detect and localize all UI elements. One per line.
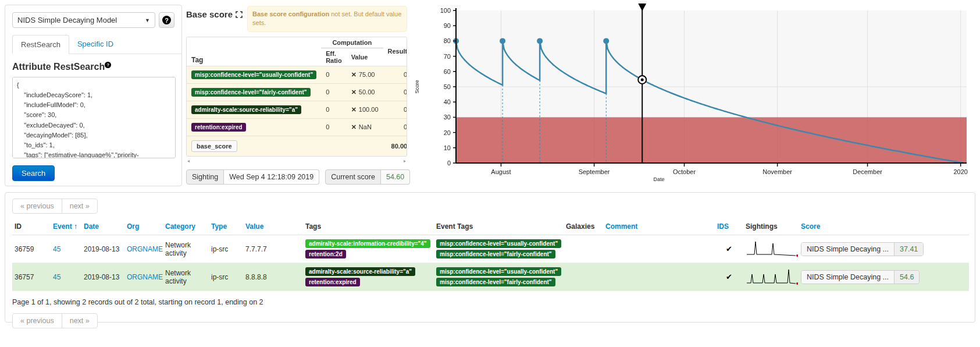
col-date[interactable]: Date — [81, 219, 124, 235]
col-tags: Tags — [303, 219, 434, 235]
event-tag-badge: misp:confidence-level="usually-confident… — [436, 267, 561, 276]
decay-chart-svg[interactable]: 0102030405060708090100AugustSeptemberOct… — [407, 1, 980, 189]
previous-page-button[interactable]: « previous — [12, 313, 62, 328]
computation-value: 75.00 — [359, 71, 375, 78]
help-button[interactable]: ? — [159, 12, 174, 28]
attr-comment — [603, 263, 715, 291]
base-score-title-text: Base score — [186, 9, 233, 19]
base-score-panel: Base score Base score configuration not … — [186, 6, 407, 187]
col-computation: Computation — [321, 37, 383, 48]
base-score-table: Tag Computation Result Eff. Ratio Value … — [186, 37, 407, 157]
question-mark-icon: ? — [162, 16, 171, 24]
decaying-model-select[interactable]: NIDS Simple Decaying Model ▼ — [12, 12, 155, 28]
result-value: 0 — [383, 66, 407, 83]
svg-text:50: 50 — [444, 83, 451, 90]
attr-galaxies — [564, 263, 603, 291]
svg-text:December: December — [853, 168, 882, 175]
col-result: Result — [383, 37, 407, 66]
col-eff-ratio: Eff. Ratio — [321, 48, 347, 66]
scroll-left-arrow-icon[interactable]: ◂ — [187, 158, 190, 164]
dropdown-caret-icon: ▼ — [145, 17, 150, 23]
next-page-button[interactable]: next » — [62, 199, 98, 214]
sort-asc-icon: ↑ — [74, 222, 77, 231]
selected-model-label: NIDS Simple Decaying Model — [17, 16, 117, 24]
base-score-total-row: base_score 80.00 — [187, 136, 407, 156]
tab-specific-id[interactable]: Specific ID — [69, 35, 122, 54]
tag-badge: admiralty-scale:source-reliability="a" — [305, 267, 415, 276]
col-id: ID — [12, 219, 51, 235]
col-ids[interactable]: IDS — [715, 219, 743, 235]
attr-category: Network activity — [163, 235, 209, 263]
result-value: 0 — [383, 83, 407, 101]
eff-ratio-value: 0 — [321, 66, 347, 83]
computation-value: 100.00 — [359, 106, 379, 113]
sightings-sparkline — [746, 239, 798, 257]
misp-decaying-model-page: NIDS Simple Decaying Model ▼ ? RestSearc… — [0, 0, 980, 347]
search-button[interactable]: Search — [12, 165, 55, 181]
sighting-group: Sighting Wed Sep 4 12:18:09 2019 — [186, 169, 319, 185]
col-org[interactable]: Org — [124, 219, 163, 235]
restsearch-query-input[interactable]: { "includeDecayScore": 1, "includeFullMo… — [12, 77, 176, 158]
ids-checkmark-icon: ✔ — [717, 245, 741, 253]
svg-text:70: 70 — [444, 53, 451, 60]
result-value: 0 — [383, 101, 407, 118]
score-value: 54.6 — [895, 271, 919, 284]
tag-badge: retention:expired — [191, 123, 246, 132]
decay-score-box[interactable]: NIDS Simple Decaying ... 37.41 — [801, 242, 924, 256]
event-link[interactable]: 45 — [53, 273, 60, 281]
restsearch-heading: Attribute RestSearch? — [12, 62, 174, 72]
eff-ratio-value: 0 — [321, 83, 347, 101]
attr-galaxies — [564, 235, 603, 263]
svg-text:September: September — [579, 168, 610, 175]
attr-date: 2019-08-13 — [81, 263, 124, 291]
event-tag-badge: misp:confidence-level="fairly-confident" — [436, 278, 555, 286]
results-header-row: ID Event ↑ Date Org Category Type Value … — [12, 219, 969, 235]
tag-badge: admiralty-scale:information-credibility=… — [305, 239, 430, 248]
svg-text:10: 10 — [444, 144, 451, 151]
base-score-row: retention:expired 0 ✕NaN 0 — [187, 118, 407, 136]
expand-fullscreen-icon[interactable] — [236, 11, 243, 18]
event-link[interactable]: 45 — [53, 245, 60, 253]
multiply-icon: ✕ — [351, 88, 357, 95]
col-type[interactable]: Type — [209, 219, 243, 235]
col-value[interactable]: Value — [243, 219, 303, 235]
current-score-label: Current score — [325, 169, 381, 185]
previous-page-button[interactable]: « previous — [12, 199, 62, 214]
search-tabs: RestSearch Specific ID — [12, 35, 181, 54]
tag-badge: misp:confidence-level="usually-confident… — [191, 70, 316, 79]
tab-restsearch[interactable]: RestSearch — [12, 35, 69, 54]
next-page-button[interactable]: next » — [62, 313, 98, 328]
org-link[interactable]: ORGNAME — [127, 245, 163, 253]
svg-text:30: 30 — [444, 114, 451, 121]
col-event-label: Event — [53, 222, 72, 231]
base-score-total-value: 80.00 — [383, 136, 407, 156]
attr-value: 7.7.7.7 — [243, 235, 303, 263]
svg-text:2020: 2020 — [953, 168, 967, 175]
ids-checkmark-icon: ✔ — [717, 272, 741, 281]
current-score-value: 54.60 — [381, 169, 410, 185]
base-score-row: misp:confidence-level="fairly-confident"… — [187, 83, 407, 101]
col-comment[interactable]: Comment — [603, 219, 715, 235]
org-link[interactable]: ORGNAME — [127, 273, 163, 281]
attr-type: ip-src — [209, 263, 243, 291]
svg-text:Score: Score — [414, 80, 420, 94]
col-category[interactable]: Category — [163, 219, 209, 235]
decay-score-chart[interactable]: 0102030405060708090100AugustSeptemberOct… — [407, 1, 980, 189]
search-panel: NIDS Simple Decaying Model ▼ ? RestSearc… — [5, 5, 182, 186]
decay-score-box[interactable]: NIDS Simple Decaying ... 54.6 — [801, 270, 920, 284]
scroll-right-arrow-icon[interactable]: ▸ — [404, 158, 406, 164]
svg-text:60: 60 — [444, 68, 451, 75]
base-score-config-alert: Base score configuration not set. But de… — [247, 6, 407, 32]
col-score[interactable]: Score — [799, 219, 915, 235]
attr-type: ip-src — [209, 235, 243, 263]
alert-bold-text: Base score configuration — [252, 10, 329, 17]
svg-text:90: 90 — [444, 22, 451, 29]
attr-comment — [603, 235, 715, 263]
svg-text:0: 0 — [447, 160, 451, 167]
computation-value: NaN — [359, 123, 372, 130]
col-event[interactable]: Event ↑ — [51, 219, 81, 235]
pagination-bottom: « previous next » — [12, 313, 98, 328]
horizontal-scrollbar[interactable]: ◂ ▸ — [186, 158, 407, 165]
heading-help-icon: ? — [105, 62, 111, 68]
attributes-table: ID Event ↑ Date Org Category Type Value … — [12, 219, 969, 291]
